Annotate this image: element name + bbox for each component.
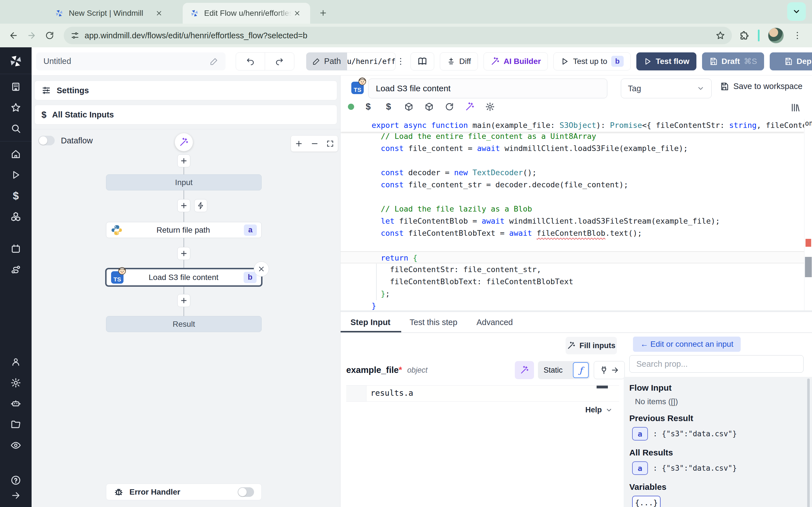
javascript-expression-toggle[interactable]: ƒ [573,362,589,378]
edit-or-connect-button[interactable]: ← Edit or connect an input [633,337,741,352]
code-line[interactable]: const file_content = await windmillClien… [341,142,804,154]
test-flow-button[interactable]: Test flow [637,52,696,70]
docs-book-button[interactable] [410,52,434,70]
test-up-to-button[interactable]: Test up to b [553,52,630,70]
tab-close-icon[interactable] [153,8,165,19]
editor-settings-gear-icon[interactable] [484,102,496,112]
code-line[interactable] [341,154,804,166]
code-line[interactable]: // Load the entire file_content as a Uin… [341,130,804,142]
editor-overview-ruler[interactable]: on [804,119,812,311]
step-a-badge[interactable]: a [632,427,648,441]
sidebar-triggers-icon[interactable] [0,259,32,280]
flow-settings-button[interactable]: Settings [35,80,337,100]
deploy-button[interactable]: Deploy [770,52,812,70]
add-step-button-top[interactable] [177,154,190,167]
input-mode-toggle[interactable]: Static ƒ [538,361,590,379]
add-trigger-button[interactable] [194,199,207,212]
sidebar-audit-icon[interactable] [0,435,32,456]
code-line[interactable]: } [341,300,804,311]
browser-tab-active[interactable]: Edit Flow u/henri/effortless_fl [183,3,310,24]
step-a-badge[interactable]: a [632,461,648,475]
redo-button[interactable] [265,53,294,70]
sidebar-folders-icon[interactable] [0,414,32,435]
browser-avatar[interactable] [768,27,784,43]
code-line[interactable]: return { [341,251,804,263]
all-static-inputs-button[interactable]: $ All Static Inputs [35,105,337,124]
save-to-workspace-button[interactable]: Save to workspace [720,82,802,91]
sidebar-search-icon[interactable] [0,118,32,139]
code-line[interactable]: // Load the file lazily as a Blob [341,203,804,215]
more-options-icon[interactable] [396,57,406,66]
code-line[interactable]: }; [341,288,804,300]
code-line[interactable] [341,191,804,203]
code-line[interactable]: let fileContentBlob = await windmillClie… [341,215,804,227]
code-line[interactable] [341,239,804,251]
sidebar-variables-icon[interactable]: $ [0,185,32,206]
tab-advanced[interactable]: Advanced [476,312,513,332]
sidebar-runs-icon[interactable] [0,165,32,185]
back-button[interactable] [4,26,22,45]
ai-builder-button[interactable]: AI Builder [484,52,548,70]
tab-search-chevron-button[interactable] [787,2,806,21]
windmill-logo-icon[interactable] [0,51,32,71]
flow-title-box[interactable]: Untitled [36,52,225,70]
previous-result-row[interactable]: a : {"s3":"data.csv"} [632,427,812,441]
flow-node-b-selected[interactable]: TS Load S3 file content b [105,268,262,287]
tab-close-icon[interactable] [292,8,303,19]
sidebar-schedules-icon[interactable] [0,238,32,259]
forward-button[interactable] [22,26,41,45]
help-dropdown[interactable]: Help [585,406,613,414]
reset-refresh-icon[interactable] [443,102,456,112]
sidebar-workers-icon[interactable] [0,393,32,414]
browser-menu-icon[interactable] [792,31,802,41]
undo-button[interactable] [236,53,265,70]
zoom-in-icon[interactable] [295,139,303,148]
code-editor[interactable]: // Load the entire file_content as a Uin… [341,119,812,311]
expression-text[interactable]: results.a [366,386,413,401]
code-line[interactable]: fileContentBlobText: fileContentBlobText [341,276,804,288]
diff-button[interactable]: Diff [440,52,478,70]
sidebar-expand-icon[interactable] [0,488,32,503]
graph-ai-wand-button[interactable] [175,133,193,151]
site-settings-icon[interactable] [70,31,80,40]
expression-editor[interactable]: results.a [346,385,619,402]
flow-node-a[interactable]: Return file path a [106,222,262,238]
add-step-button[interactable] [177,294,190,307]
code-line[interactable]: const fileContentBlobText = await fileCo… [341,227,804,239]
sidebar-users-icon[interactable] [0,351,32,372]
zoom-out-icon[interactable] [310,139,319,148]
tag-select[interactable]: Tag [621,78,712,98]
connect-panel-scrollbar[interactable] [807,379,810,507]
sidebar-workspace-icon[interactable] [0,76,32,97]
path-value[interactable]: u/henri/eff [347,52,396,70]
sidebar-home-icon[interactable] [0,144,32,165]
new-tab-button[interactable] [315,5,331,21]
code-line[interactable]: fileContentStr: file_content_str, [341,263,804,276]
reload-button[interactable] [41,26,59,45]
code-line[interactable]: const file_content_str = decoder.decode(… [341,179,804,191]
edit-title-pencil-icon[interactable] [210,57,218,66]
path-button[interactable]: Path [306,52,347,70]
error-handler-toggle[interactable] [238,487,254,497]
variables-dollar-icon[interactable]: $ [382,101,395,112]
ai-wand-icon[interactable] [463,102,476,112]
resource-package-icon[interactable] [403,102,415,112]
sidebar-favorites-icon[interactable] [0,97,32,118]
tab-test-this-step[interactable]: Test this step [410,312,457,332]
extensions-icon[interactable] [739,31,749,41]
tab-step-input[interactable]: Step Input [350,312,391,332]
resource-type-package-icon[interactable] [423,102,435,112]
step-name-input[interactable] [368,78,607,98]
bookmark-star-icon[interactable] [716,31,725,40]
draft-button[interactable]: Draft ⌘S [702,52,764,70]
address-bar[interactable]: app.windmill.dev/flows/edit/u/henri/effo… [64,27,732,44]
browser-tab-inactive[interactable]: New Script | Windmill [47,3,172,24]
variables-object-badge[interactable]: {...} [632,496,661,507]
fit-view-icon[interactable] [326,140,334,148]
sidebar-settings-icon[interactable] [0,372,32,393]
connect-input-button[interactable] [594,361,625,379]
library-icon[interactable] [791,103,801,113]
dataflow-toggle[interactable] [38,136,55,145]
add-step-button[interactable] [177,199,190,212]
code-line[interactable]: const decoder = new TextDecoder(); [341,166,804,179]
